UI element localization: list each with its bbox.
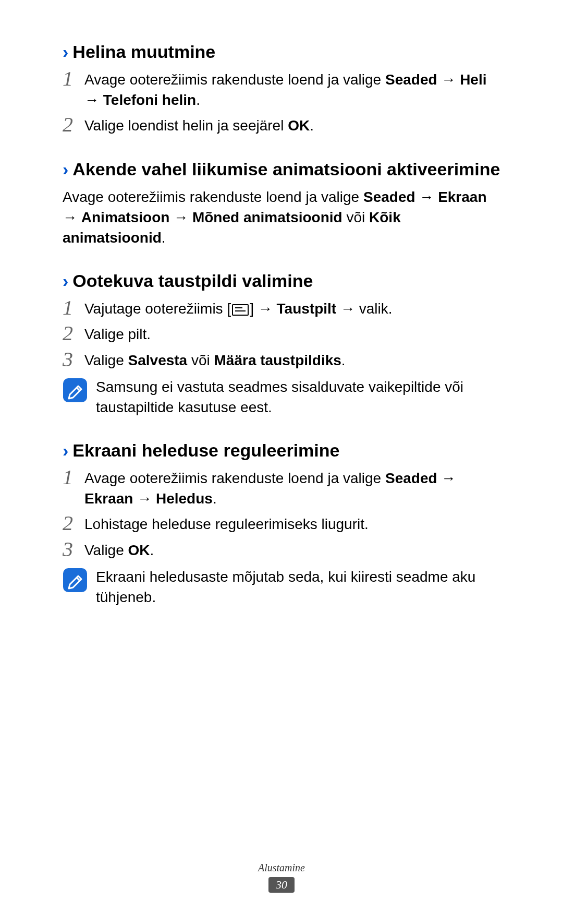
- chevron-icon: ›: [63, 42, 68, 62]
- numbered-step: 3Valige OK.: [63, 540, 500, 560]
- step-number: 3: [63, 539, 84, 560]
- step-text: Valige loendist helin ja seejärel OK.: [84, 115, 500, 136]
- section-heading-text: Ootekuva taustpildi valimine: [72, 271, 313, 291]
- footer-section-label: Alustamine: [0, 862, 563, 874]
- note-text: Samsung ei vastuta seadmes sisalduvate v…: [96, 377, 500, 417]
- step-text: Valige OK.: [84, 540, 500, 560]
- numbered-step: 2Valige loendist helin ja seejärel OK.: [63, 115, 500, 136]
- note-pencil-icon: [63, 378, 88, 403]
- section-heading-text: Ekraani heleduse reguleerimine: [72, 440, 339, 461]
- step-text: Lohistage heleduse reguleerimiseks liugu…: [84, 514, 500, 534]
- step-number: 1: [63, 467, 84, 509]
- note-text: Ekraani heledusaste mõjutab seda, kui ki…: [96, 567, 500, 607]
- step-number: 1: [63, 68, 84, 110]
- step-number: 3: [63, 349, 84, 370]
- section-heading: ›Ootekuva taustpildi valimine: [63, 271, 500, 291]
- manual-section: ›Ootekuva taustpildi valimine1Vajutage o…: [63, 271, 500, 417]
- step-number: 1: [63, 297, 84, 319]
- numbered-step: 1Avage ooterežiimis rakenduste loend ja …: [63, 69, 500, 110]
- page-number-badge: 30: [268, 877, 295, 893]
- page-content: ›Helina muutmine1Avage ooterežiimis rake…: [63, 42, 500, 607]
- chevron-icon: ›: [63, 271, 68, 291]
- manual-section: ›Helina muutmine1Avage ooterežiimis rake…: [63, 42, 500, 136]
- step-number: 2: [63, 114, 84, 136]
- note-block: Samsung ei vastuta seadmes sisalduvate v…: [63, 377, 500, 417]
- step-text: Valige pilt.: [84, 324, 500, 344]
- step-number: 2: [63, 323, 84, 344]
- section-heading: ›Ekraani heleduse reguleerimine: [63, 440, 500, 461]
- chevron-icon: ›: [63, 440, 68, 461]
- section-heading-text: Helina muutmine: [72, 42, 215, 62]
- section-heading-text: Akende vahel liikumise animatsiooni akti…: [72, 159, 500, 179]
- numbered-step: 2Valige pilt.: [63, 324, 500, 344]
- numbered-step: 1Vajutage ooterežiimis [] → Taustpilt → …: [63, 298, 500, 319]
- step-text: Avage ooterežiimis rakenduste loend ja v…: [84, 468, 500, 509]
- note-block: Ekraani heledusaste mõjutab seda, kui ki…: [63, 567, 500, 607]
- section-heading: ›Helina muutmine: [63, 42, 500, 62]
- numbered-step: 1Avage ooterežiimis rakenduste loend ja …: [63, 468, 500, 509]
- step-text: Valige Salvesta või Määra taustpildiks.: [84, 350, 500, 370]
- chevron-icon: ›: [63, 159, 68, 179]
- section-heading: ›Akende vahel liikumise animatsiooni akt…: [63, 159, 500, 179]
- numbered-step: 3Valige Salvesta või Määra taustpildiks.: [63, 350, 500, 370]
- step-text: Vajutage ooterežiimis [] → Taustpilt → v…: [84, 298, 500, 319]
- note-pencil-icon: [63, 568, 88, 593]
- page-footer: Alustamine 30: [0, 862, 563, 893]
- section-paragraph: Avage ooterežiimis rakenduste loend ja v…: [63, 187, 500, 248]
- menu-icon: [232, 304, 249, 316]
- numbered-step: 2Lohistage heleduse reguleerimiseks liug…: [63, 514, 500, 534]
- step-text: Avage ooterežiimis rakenduste loend ja v…: [84, 69, 500, 110]
- manual-section: ›Akende vahel liikumise animatsiooni akt…: [63, 159, 500, 248]
- step-number: 2: [63, 513, 84, 534]
- manual-section: ›Ekraani heleduse reguleerimine1Avage oo…: [63, 440, 500, 607]
